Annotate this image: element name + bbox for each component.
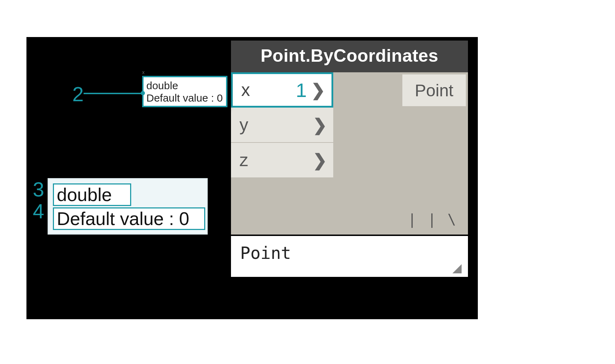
node-point-by-coordinates[interactable]: Point.ByCoordinates x 1 ❯ y ❯ z ❯ Point [231,41,470,279]
port-tooltip-enlarged: double Default value : 0 [48,178,208,235]
callout-3: 3 [33,177,44,201]
callout-4: 4 [33,199,44,223]
output-port-label: Point [415,81,453,100]
input-port-x[interactable]: x 1 ❯ [231,72,333,108]
tooltip-type-enlarged: double [53,183,131,206]
tooltip-default: Default value : 0 [146,92,223,104]
tooltip-tag: x [142,69,145,75]
resize-handle-icon[interactable] [452,264,462,273]
tooltip-default-enlarged: Default value : 0 [53,207,205,230]
tooltip-type: double [146,79,223,92]
callout-1: 1 [296,79,307,102]
input-port-label: y [239,115,248,135]
callout-2-dot-icon [141,91,145,95]
port-tooltip: double Default value : 0 [142,76,227,107]
lacing-indicator-icon[interactable]: | | \ [408,211,457,228]
input-port-label: x [241,80,250,100]
chevron-right-icon: ❯ [311,80,325,100]
input-port-label: z [239,150,248,170]
chevron-right-icon: ❯ [313,115,327,135]
output-port-point[interactable]: Point [402,74,466,106]
node-body: x 1 ❯ y ❯ z ❯ Point | | \ [231,72,468,235]
input-port-y[interactable]: y ❯ [231,108,333,143]
node-preview[interactable]: Point [231,235,468,277]
chevron-right-icon: ❯ [313,150,327,170]
node-title: Point.ByCoordinates [231,41,468,72]
callout-2: 2 [72,82,84,106]
input-port-z[interactable]: z ❯ [231,143,333,178]
callout-2-leader [84,93,143,94]
node-input-ports: x 1 ❯ y ❯ z ❯ [231,72,333,178]
graph-canvas[interactable]: Point.ByCoordinates x 1 ❯ y ❯ z ❯ Point [26,37,478,319]
node-preview-text: Point [240,243,291,263]
